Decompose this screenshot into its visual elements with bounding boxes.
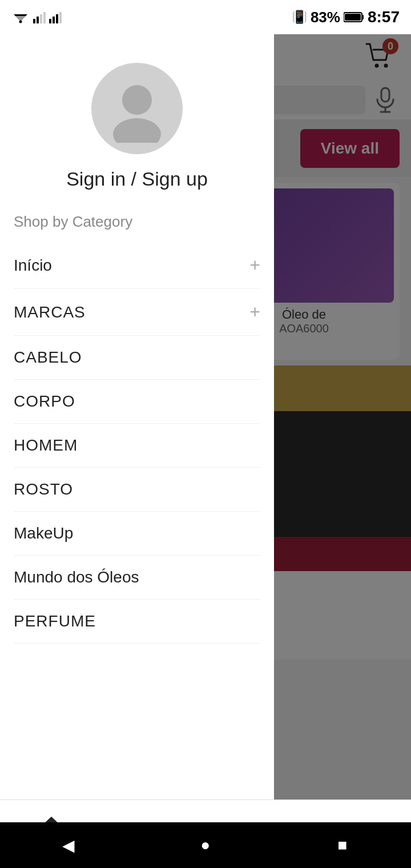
wifi-icon (11, 11, 30, 23)
menu-item-label-8: PERFUME (14, 612, 96, 630)
svg-point-2 (19, 21, 22, 23)
signal-icon-1 (33, 11, 46, 23)
menu-item-label-0: Início (14, 256, 52, 275)
menu-item-4[interactable]: HOMEM (14, 424, 260, 468)
system-nav-bar: ◀ ● ■ (0, 822, 411, 868)
svg-rect-4 (37, 17, 39, 23)
overlay-dim[interactable] (274, 34, 411, 868)
menu-item-7[interactable]: Mundo dos Óleos (14, 556, 260, 600)
svg-point-20 (113, 118, 161, 143)
svg-rect-9 (56, 14, 58, 23)
time-display: 8:57 (368, 8, 400, 26)
recent-icon: ■ (338, 836, 348, 854)
drawer-header: Sign in / Sign up (0, 34, 274, 207)
category-section: Shop by Category Início+MARCAS+CABELOCOR… (0, 207, 274, 868)
menu-item-label-2: CABELO (14, 348, 82, 367)
menu-item-label-1: MARCAS (14, 303, 86, 322)
menu-item-plus-0[interactable]: + (249, 255, 260, 276)
svg-rect-8 (53, 17, 55, 23)
menu-item-2[interactable]: CABELO (14, 336, 260, 380)
home-button[interactable]: ● (194, 834, 217, 857)
drawer-panel: Sign in / Sign up Shop by Category Iníci… (0, 34, 274, 868)
menu-item-8[interactable]: PERFUME (14, 600, 260, 644)
back-icon: ◀ (62, 836, 75, 855)
signal-icon-2 (49, 11, 62, 23)
svg-rect-3 (33, 19, 35, 23)
menu-item-0[interactable]: Início+ (14, 242, 260, 289)
status-bar: 📳 83% 8:57 (0, 0, 411, 34)
status-left-icons (11, 11, 62, 23)
avatar (91, 63, 183, 154)
vibrate-icon: 📳 (292, 10, 307, 25)
menu-item-5[interactable]: ROSTO (14, 468, 260, 512)
sign-in-button[interactable]: Sign in / Sign up (66, 168, 208, 190)
menu-item-3[interactable]: CORPO (14, 380, 260, 424)
menu-item-label-7: Mundo dos Óleos (14, 568, 139, 586)
back-button[interactable]: ◀ (57, 834, 80, 857)
recent-button[interactable]: ■ (331, 834, 354, 857)
menu-item-plus-1[interactable]: + (249, 302, 260, 323)
menu-item-label-3: CORPO (14, 392, 75, 411)
menu-items-container: Início+MARCAS+CABELOCORPOHOMEMROSTOMakeU… (14, 242, 260, 644)
status-right: 📳 83% 8:57 (292, 8, 400, 26)
avatar-icon (103, 74, 171, 143)
svg-rect-5 (40, 14, 42, 23)
menu-item-label-6: MakeUp (14, 524, 73, 542)
svg-rect-12 (362, 15, 364, 19)
battery-icon (344, 11, 364, 23)
menu-item-label-4: HOMEM (14, 436, 78, 455)
battery-percent: 83% (311, 9, 340, 26)
menu-item-label-5: ROSTO (14, 480, 73, 499)
category-title: Shop by Category (14, 213, 260, 231)
svg-rect-7 (49, 19, 51, 23)
svg-rect-13 (345, 14, 361, 21)
home-sys-icon: ● (201, 836, 211, 854)
svg-point-19 (122, 85, 152, 115)
svg-rect-10 (59, 12, 62, 23)
svg-rect-6 (43, 12, 46, 23)
menu-item-6[interactable]: MakeUp (14, 512, 260, 556)
menu-item-1[interactable]: MARCAS+ (14, 289, 260, 336)
main-container: 0 View all SSF L (0, 34, 411, 868)
